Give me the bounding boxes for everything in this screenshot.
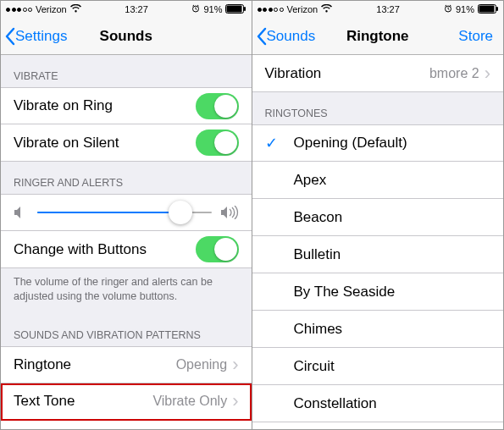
row-vibrate-on-ring[interactable]: Vibrate on Ring [1,87,252,124]
row-value: Vibrate Only [152,394,227,409]
store-button[interactable]: Store [458,28,493,45]
content-scroll[interactable]: Vibration bmore 2› Ringtones ✓ Opening (… [252,55,504,429]
status-bar: Verizon 13:27 91% [1,1,252,18]
chevron-left-icon [4,27,15,46]
row-label: Ringtone [14,356,176,373]
row-change-with-buttons[interactable]: Change with Buttons [1,231,252,268]
back-button[interactable]: Settings [4,27,67,46]
ringtone-item[interactable]: Beacon [252,199,504,236]
ringtone-item[interactable]: Circuit [252,348,504,385]
page-title: Sounds [100,28,152,45]
wifi-icon [70,4,81,14]
chevron-right-icon: › [485,64,490,83]
ringtone-label: By The Seaside [294,284,491,300]
row-label: Change with Buttons [14,241,196,258]
speaker-high-icon [220,206,239,219]
row-vibration[interactable]: Vibration bmore 2› [252,55,504,92]
section-vibrate: Vibrate [1,55,252,87]
status-bar: Verizon 13:27 91% [252,1,504,18]
checkmark-icon: ✓ [265,134,294,152]
status-time: 13:27 [376,4,400,14]
ringtone-label: Circuit [294,358,491,375]
ringtone-label: Bulletin [294,246,491,263]
chevron-left-icon [256,27,267,46]
volume-slider[interactable] [37,212,212,213]
ringtone-item[interactable]: Cosmic [252,422,504,429]
battery-pct: 91% [203,4,222,14]
signal-dots-icon [6,8,32,12]
ringtone-item[interactable]: ✓ Opening (Default) [252,124,504,162]
row-ringtone[interactable]: Ringtone Opening› [1,346,252,383]
section-footer: The volume of the ringer and alerts can … [1,268,252,314]
ringtone-item[interactable]: Apex [252,162,504,199]
section-ringtones: Ringtones [252,92,504,124]
section-ringer: Ringer and Alerts [1,162,252,194]
ringtone-label: Opening (Default) [294,135,491,152]
section-sounds-patterns: Sounds and Vibration Patterns [1,314,252,346]
ringtone-item[interactable]: Bulletin [252,236,504,273]
back-button[interactable]: Sounds [256,27,316,46]
carrier-label: Verizon [287,4,318,14]
battery-icon [225,4,246,15]
ringtone-label: Chimes [294,321,491,338]
toggle-vibrate-ring[interactable] [196,93,239,119]
toggle-vibrate-silent[interactable] [196,130,239,156]
page-title: Ringtone [346,28,409,45]
ringtone-screen: Verizon 13:27 91% Sounds Ringtone Store … [252,0,505,430]
alarm-icon [444,4,452,14]
back-label: Sounds [267,28,316,45]
svg-rect-6 [479,5,494,12]
chevron-right-icon: › [232,392,238,411]
alarm-icon [191,4,200,14]
signal-dots-icon [258,8,284,12]
speaker-low-icon [14,206,29,219]
svg-rect-7 [496,7,498,11]
ringtone-label: Apex [294,172,491,189]
carrier-label: Verizon [36,4,67,14]
chevron-right-icon: › [232,356,238,374]
ringtone-label: Beacon [294,209,491,226]
status-time: 13:27 [125,4,148,14]
ringtone-item[interactable]: Chimes [252,311,504,348]
row-new-voicemail[interactable]: New Voicemail Tri-tone› [1,421,252,429]
svg-rect-3 [244,7,246,11]
volume-slider-row [1,194,252,231]
ringtone-item[interactable]: Constellation [252,385,504,422]
sounds-screen: Verizon 13:27 91% Settings Sounds Vibrat… [0,0,252,430]
row-text-tone[interactable]: Text Tone Vibrate Only› [1,383,252,421]
ringtone-item[interactable]: By The Seaside [252,273,504,311]
back-label: Settings [15,28,67,45]
row-label: Vibrate on Ring [14,97,196,114]
navbar: Sounds Ringtone Store [252,18,504,55]
battery-pct: 91% [456,4,474,14]
battery-icon [478,4,498,15]
ringtone-label: Constellation [294,395,491,412]
navbar: Settings Sounds [1,18,252,55]
row-value: Opening [176,357,228,372]
content-scroll[interactable]: Vibrate Vibrate on Ring Vibrate on Silen… [1,55,252,429]
row-vibrate-on-silent[interactable]: Vibrate on Silent [1,124,252,162]
wifi-icon [321,4,332,14]
row-label: Vibration [265,65,429,82]
svg-rect-2 [227,5,242,12]
row-label: Text Tone [14,393,152,410]
toggle-change-buttons[interactable] [196,236,239,262]
row-value: bmore 2 [429,66,479,81]
row-label: Vibrate on Silent [14,135,196,152]
